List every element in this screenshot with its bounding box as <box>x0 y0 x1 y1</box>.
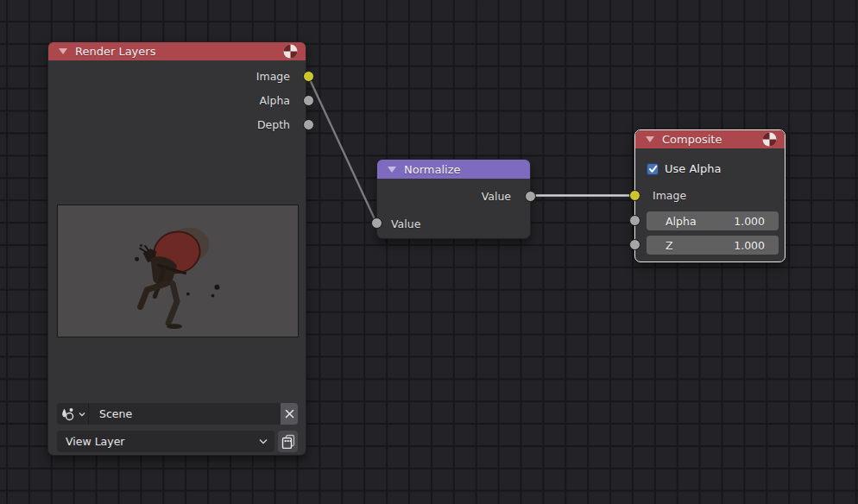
alpha-value-field[interactable]: Alpha 1.000 <box>647 211 779 230</box>
node-render-layers[interactable]: Render Layers Image Alpha Depth <box>47 41 306 456</box>
socket-render-layers-alpha-output[interactable] <box>303 95 314 106</box>
output-label-alpha: Alpha <box>259 93 290 109</box>
link-image-to-normalize[interactable] <box>308 76 376 223</box>
input-label-image: Image <box>653 188 686 204</box>
node-editor-canvas[interactable]: Render Layers Image Alpha Depth <box>0 0 858 504</box>
checkmark-icon <box>648 165 658 173</box>
scene-icon <box>60 407 77 421</box>
chevron-down-icon <box>79 412 85 417</box>
scene-name: Scene <box>99 407 132 420</box>
view-layer-dropdown[interactable]: View Layer <box>57 431 274 452</box>
view-layer-row: View Layer <box>57 431 298 452</box>
socket-normalize-value-output[interactable] <box>525 191 536 202</box>
scene-clear-button[interactable] <box>281 403 298 425</box>
node-title: Normalize <box>404 163 460 176</box>
close-icon <box>285 409 294 419</box>
scene-browse-button[interactable] <box>57 403 89 425</box>
normalize-header[interactable]: Normalize <box>377 160 530 179</box>
collapse-triangle-icon[interactable] <box>646 136 654 142</box>
z-field-value: 1.000 <box>734 239 765 252</box>
z-field-label: Z <box>666 239 673 252</box>
material-preview-icon[interactable] <box>762 132 777 147</box>
socket-render-layers-depth-output[interactable] <box>303 119 314 130</box>
use-alpha-label: Use Alpha <box>665 162 721 175</box>
chevron-down-icon <box>259 438 268 444</box>
z-value-field[interactable]: Z 1.000 <box>647 236 779 255</box>
socket-normalize-value-input[interactable] <box>371 217 382 229</box>
node-normalize[interactable]: Normalize Value Value <box>376 159 531 239</box>
input-label-value: Value <box>391 217 420 232</box>
use-alpha-toggle[interactable]: Use Alpha <box>647 162 721 175</box>
alpha-field-value: 1.000 <box>734 215 765 228</box>
collapse-triangle-icon[interactable] <box>388 167 396 173</box>
node-title: Render Layers <box>75 45 155 58</box>
scene-name-field[interactable]: Scene <box>89 403 281 425</box>
socket-composite-alpha-input[interactable] <box>629 215 640 226</box>
render-layers-header[interactable]: Render Layers <box>48 42 306 60</box>
view-layer-icon <box>281 434 295 449</box>
checkbox-checked[interactable] <box>647 163 659 175</box>
scene-selector-row: Scene <box>57 403 298 425</box>
output-label-depth: Depth <box>257 117 290 133</box>
collapse-triangle-icon[interactable] <box>59 48 67 54</box>
view-layer-new-button[interactable] <box>278 431 298 452</box>
preview-image <box>57 205 299 337</box>
alpha-field-label: Alpha <box>666 215 697 228</box>
socket-render-layers-image-output[interactable] <box>303 71 314 82</box>
view-layer-value: View Layer <box>66 435 125 448</box>
composite-header[interactable]: Composite <box>635 130 785 148</box>
material-preview-icon[interactable] <box>283 44 298 59</box>
socket-composite-image-input[interactable] <box>629 190 640 201</box>
output-label-value: Value <box>482 189 511 205</box>
node-title: Composite <box>662 133 722 146</box>
node-composite[interactable]: Composite Use Alpha Image Alpha 1.000 Z <box>634 129 785 262</box>
output-label-image: Image <box>256 69 290 85</box>
socket-composite-z-input[interactable] <box>629 239 640 250</box>
